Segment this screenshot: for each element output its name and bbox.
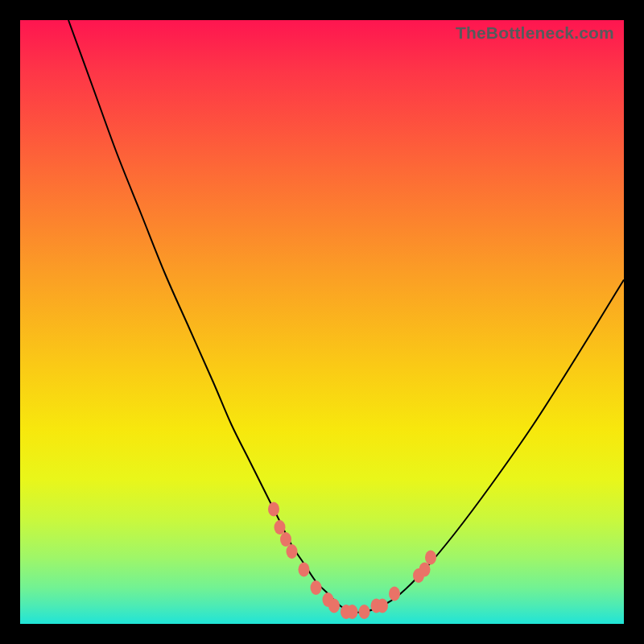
marker-group	[268, 502, 436, 620]
plot-area: TheBottleneck.com	[20, 20, 624, 624]
highlight-marker	[359, 605, 370, 619]
highlight-marker	[425, 551, 436, 565]
highlight-marker	[389, 587, 400, 601]
highlight-marker	[377, 599, 388, 613]
bottleneck-curve	[68, 20, 624, 613]
highlight-marker	[280, 532, 291, 547]
highlight-marker	[347, 605, 358, 619]
highlight-marker	[328, 599, 340, 613]
highlight-marker	[287, 544, 298, 559]
highlight-marker	[275, 520, 286, 535]
chart-frame: TheBottleneck.com	[0, 0, 644, 644]
highlight-marker	[299, 563, 310, 577]
curve-svg	[20, 20, 624, 624]
highlight-marker	[268, 502, 279, 517]
highlight-marker	[311, 580, 322, 595]
highlight-marker	[419, 563, 431, 577]
